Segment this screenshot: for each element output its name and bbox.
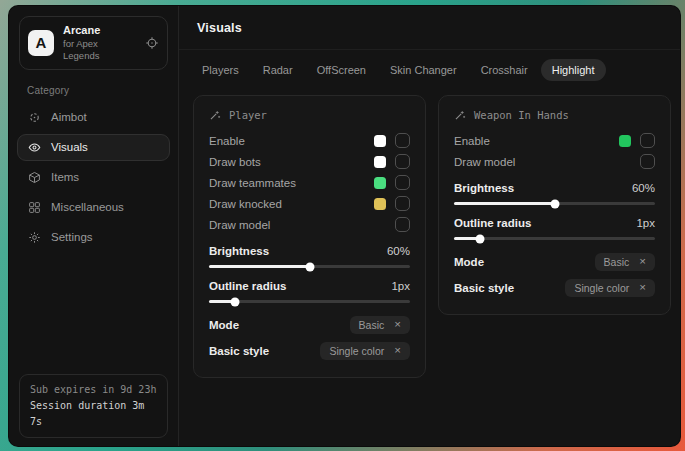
checkbox[interactable] [395,175,410,190]
panel-rows: Enable Draw model Brightness 60% Outline… [454,130,655,301]
slider-value: 60% [387,245,410,257]
gear-icon [28,231,41,244]
slider-fill [209,265,310,268]
panels-container: Player Enable Draw bots Draw teammates D… [179,87,680,386]
chip-label: Single color [329,345,384,357]
panel-header: Weapon In Hands [454,109,655,121]
sidebar-item-label: Settings [51,231,93,243]
tab-players[interactable]: Players [191,59,250,81]
select-row-basic-style: Basic style Single color × [209,338,410,364]
checkbox[interactable] [395,133,410,148]
tab-offscreen[interactable]: OffScreen [306,59,377,81]
slider-value: 1px [636,217,655,229]
slider-label: Brightness [209,245,269,257]
checkbox[interactable] [640,154,655,169]
slider-thumb[interactable] [305,262,314,271]
toggle-label: Draw bots [209,156,261,168]
app-window: A Arcane for Apex Legends Category Aimbo… [8,5,681,447]
slider-label: Brightness [454,182,514,194]
panel-title: Player [229,109,267,121]
toggle-row-draw-bots: Draw bots [209,151,410,172]
remove-option-icon[interactable]: × [394,319,401,331]
slider-track[interactable] [209,300,410,303]
sidebar-item-settings[interactable]: Settings [17,224,170,251]
app-logo: A [28,30,54,56]
checkbox[interactable] [395,154,410,169]
main-content: Visuals PlayersRadarOffScreenSkin Change… [179,6,680,446]
cube-icon [28,171,41,184]
slider-thumb[interactable] [550,199,559,208]
sub-expiry-text: Sub expires in 9d 23h [30,382,157,398]
color-swatch[interactable] [374,135,386,147]
tab-highlight[interactable]: Highlight [541,59,606,81]
app-subtitle: for Apex Legends [63,38,136,62]
color-swatch[interactable] [619,135,631,147]
main-header: Visuals [179,6,680,50]
sidebar-nav: Aimbot Visuals Items Miscellaneous Setti… [9,104,178,251]
sidebar-item-label: Miscellaneous [51,201,124,213]
sidebar-item-visuals[interactable]: Visuals [17,134,170,161]
slider-value: 60% [632,182,655,194]
chip-label: Basic [359,319,385,331]
select-label: Basic style [454,282,514,294]
selected-option-chip[interactable]: Single color × [565,279,655,297]
sidebar-item-aimbot[interactable]: Aimbot [17,104,170,131]
sidebar-item-items[interactable]: Items [17,164,170,191]
crosshair-icon [28,111,41,124]
tab-skin-changer[interactable]: Skin Changer [379,59,468,81]
toggle-row-enable: Enable [454,130,655,151]
slider-row-outline-radius: Outline radius 1px [454,214,655,240]
app-meta: Arcane for Apex Legends [63,24,136,62]
slider-row-outline-radius: Outline radius 1px [209,277,410,303]
select-label: Mode [454,256,484,268]
panel-rows: Enable Draw bots Draw teammates Draw kno… [209,130,410,364]
selected-option-chip[interactable]: Basic × [350,316,410,334]
category-label: Category [27,85,160,96]
sidebar-item-label: Items [51,171,79,183]
sidebar-item-label: Aimbot [51,111,87,123]
select-label: Basic style [209,345,269,357]
chip-label: Basic [604,256,630,268]
select-row-mode: Mode Basic × [209,312,410,338]
toggle-row-enable: Enable [209,130,410,151]
slider-label: Outline radius [454,217,531,229]
remove-option-icon[interactable]: × [639,282,646,294]
sidebar: A Arcane for Apex Legends Category Aimbo… [9,6,179,446]
panel-player: Player Enable Draw bots Draw teammates D… [193,95,426,378]
subscription-info-card: Sub expires in 9d 23h Session duration 3… [19,374,168,438]
toggle-label: Draw knocked [209,198,282,210]
remove-option-icon[interactable]: × [639,256,646,268]
target-icon[interactable] [145,36,159,50]
chip-label: Single color [574,282,629,294]
slider-track[interactable] [209,265,410,268]
slider-row-brightness: Brightness 60% [454,179,655,205]
toggle-label: Draw model [209,219,270,231]
slider-label: Outline radius [209,280,286,292]
selected-option-chip[interactable]: Basic × [595,253,655,271]
slider-fill [454,202,555,205]
select-label: Mode [209,319,239,331]
toggle-row-draw-knocked: Draw knocked [209,193,410,214]
slider-track[interactable] [454,237,655,240]
selected-option-chip[interactable]: Single color × [320,342,410,360]
toggle-label: Enable [454,135,490,147]
remove-option-icon[interactable]: × [394,345,401,357]
checkbox[interactable] [395,217,410,232]
checkbox[interactable] [395,196,410,211]
checkbox[interactable] [640,133,655,148]
slider-thumb[interactable] [231,297,240,306]
slider-thumb[interactable] [476,234,485,243]
toggle-row-draw-model: Draw model [454,151,655,172]
sidebar-item-miscellaneous[interactable]: Miscellaneous [17,194,170,221]
tab-crosshair[interactable]: Crosshair [470,59,539,81]
color-swatch[interactable] [374,156,386,168]
toggle-label: Enable [209,135,245,147]
color-swatch[interactable] [374,177,386,189]
slider-track[interactable] [454,202,655,205]
page-title: Visuals [197,21,242,35]
color-swatch[interactable] [374,198,386,210]
slider-row-brightness: Brightness 60% [209,242,410,268]
eye-icon [28,141,41,154]
slider-value: 1px [391,280,410,292]
tab-radar[interactable]: Radar [252,59,304,81]
